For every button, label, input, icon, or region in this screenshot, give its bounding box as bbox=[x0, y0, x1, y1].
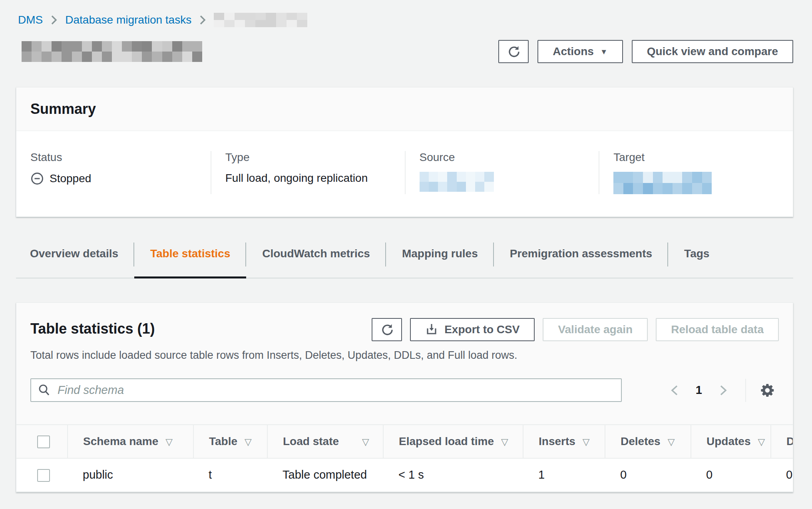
summary-title: Summary bbox=[30, 101, 779, 117]
cell-updates: 0 bbox=[691, 458, 771, 492]
cell-schema-name: public bbox=[68, 458, 193, 492]
status-value: Stopped bbox=[30, 172, 197, 185]
export-to-csv-button[interactable]: Export to CSV bbox=[410, 318, 535, 341]
chevron-right-icon bbox=[51, 15, 57, 25]
row-checkbox[interactable] bbox=[37, 469, 50, 482]
cell-inserts: 1 bbox=[523, 458, 605, 492]
status-text: Stopped bbox=[50, 172, 91, 185]
chevron-right-icon bbox=[199, 15, 206, 25]
select-all-checkbox[interactable] bbox=[37, 435, 50, 448]
summary-field-type: Type Full load, ongoing replication bbox=[211, 151, 405, 194]
chevron-left-icon bbox=[670, 384, 679, 396]
table-header-row: Schema name Table Load state Elapsed loa… bbox=[16, 425, 793, 458]
breadcrumb-link-tasks[interactable]: Database migration tasks bbox=[65, 14, 191, 26]
header-actions: Actions ▼ Quick view and compare bbox=[498, 40, 793, 63]
tab-overview-details[interactable]: Overview details bbox=[16, 242, 134, 278]
task-name-redacted bbox=[22, 41, 202, 62]
quick-view-label: Quick view and compare bbox=[647, 45, 778, 58]
type-label: Type bbox=[225, 151, 391, 164]
chevron-right-icon bbox=[719, 384, 728, 396]
target-label: Target bbox=[613, 151, 779, 164]
summary-field-target: Target bbox=[599, 151, 793, 194]
actions-label: Actions bbox=[553, 45, 594, 58]
current-page-number[interactable]: 1 bbox=[696, 384, 702, 397]
column-header-load-state: Load state bbox=[267, 425, 383, 458]
summary-body: Status Stopped Type Full load, ongoing r… bbox=[16, 131, 793, 217]
quick-view-compare-button[interactable]: Quick view and compare bbox=[632, 40, 793, 63]
validate-label: Validate again bbox=[558, 323, 633, 336]
refresh-button[interactable] bbox=[498, 40, 529, 63]
table-statistics-table: Schema name Table Load state Elapsed loa… bbox=[16, 424, 793, 492]
summary-card: Summary Status Stopped Type Full load, bbox=[16, 87, 793, 217]
table-statistics-header: Table statistics (1) bbox=[16, 303, 793, 341]
table-statistics-actions: Export to CSV Validate again Reload tabl… bbox=[372, 318, 779, 341]
cell-table: t bbox=[193, 458, 267, 492]
preferences-button[interactable] bbox=[760, 382, 776, 398]
cell-ddls-clipped: 0 bbox=[771, 458, 793, 492]
sort-icon[interactable] bbox=[583, 437, 590, 447]
breadcrumb-link-dms[interactable]: DMS bbox=[18, 14, 43, 26]
target-endpoint-link-redacted[interactable] bbox=[613, 172, 712, 194]
stopped-minus-circle-icon bbox=[30, 172, 44, 185]
tab-tags[interactable]: Tags bbox=[668, 242, 725, 278]
search-icon bbox=[38, 384, 51, 397]
cell-elapsed-load-time: < 1 s bbox=[383, 458, 523, 492]
table-toolbar: 1 bbox=[16, 378, 793, 402]
dms-task-page: DMS Database migration tasks Actions bbox=[0, 0, 812, 492]
export-label: Export to CSV bbox=[444, 323, 519, 336]
source-label: Source bbox=[420, 151, 585, 164]
breadcrumb-current-redacted bbox=[214, 13, 307, 27]
tab-cloudwatch-metrics[interactable]: CloudWatch metrics bbox=[246, 242, 386, 278]
column-header-ddls-clipped: D bbox=[771, 425, 793, 458]
page-header: Actions ▼ Quick view and compare bbox=[16, 40, 793, 63]
find-schema-input[interactable] bbox=[30, 378, 622, 402]
sort-icon[interactable] bbox=[362, 437, 369, 447]
sort-icon[interactable] bbox=[668, 437, 675, 447]
column-header-deletes: Deletes bbox=[605, 425, 691, 458]
cell-load-state: Table completed bbox=[267, 458, 383, 492]
refresh-icon bbox=[507, 45, 520, 58]
sort-icon[interactable] bbox=[758, 437, 765, 447]
task-detail-tabs: Overview details Table statistics CloudW… bbox=[16, 242, 793, 278]
tab-mapping-rules[interactable]: Mapping rules bbox=[386, 242, 494, 278]
source-endpoint-link-redacted[interactable] bbox=[420, 172, 494, 192]
summary-field-source: Source bbox=[405, 151, 599, 194]
pagination: 1 bbox=[669, 379, 776, 402]
reload-table-data-button[interactable]: Reload table data bbox=[656, 318, 779, 341]
column-header-schema-name: Schema name bbox=[68, 425, 193, 458]
gear-icon bbox=[760, 382, 776, 398]
actions-dropdown-button[interactable]: Actions ▼ bbox=[537, 40, 623, 63]
table-refresh-button[interactable] bbox=[372, 318, 402, 341]
sort-icon[interactable] bbox=[245, 437, 252, 447]
next-page-button[interactable] bbox=[717, 384, 729, 396]
status-label: Status bbox=[30, 151, 197, 164]
table-statistics-card: Table statistics (1) bbox=[16, 302, 793, 492]
column-header-updates: Updates bbox=[691, 425, 771, 458]
summary-card-header: Summary bbox=[16, 87, 793, 131]
summary-field-status: Status Stopped bbox=[16, 151, 211, 194]
table-statistics-title: Table statistics (1) bbox=[30, 320, 155, 337]
sort-icon[interactable] bbox=[165, 437, 173, 447]
column-header-table: Table bbox=[193, 425, 267, 458]
sort-icon[interactable] bbox=[501, 437, 508, 447]
table-statistics-description: Total rows include loaded source table r… bbox=[16, 349, 793, 362]
column-header-inserts: Inserts bbox=[523, 425, 605, 458]
caret-down-icon: ▼ bbox=[600, 48, 608, 56]
toolbar-divider bbox=[745, 379, 746, 402]
table-row: public t Table completed < 1 s 1 0 0 0 bbox=[16, 458, 793, 492]
breadcrumb: DMS Database migration tasks bbox=[18, 12, 793, 28]
column-header-elapsed-load-time: Elapsed load time bbox=[383, 425, 523, 458]
schema-search bbox=[30, 378, 622, 402]
refresh-icon bbox=[380, 323, 394, 336]
cell-deletes: 0 bbox=[605, 458, 691, 492]
download-icon bbox=[425, 323, 438, 336]
type-value: Full load, ongoing replication bbox=[225, 172, 391, 185]
previous-page-button[interactable] bbox=[669, 384, 681, 396]
tab-premigration-assessments[interactable]: Premigration assessments bbox=[494, 242, 668, 278]
tab-table-statistics[interactable]: Table statistics bbox=[134, 242, 246, 278]
validate-again-button[interactable]: Validate again bbox=[543, 318, 648, 341]
reload-label: Reload table data bbox=[671, 323, 764, 336]
